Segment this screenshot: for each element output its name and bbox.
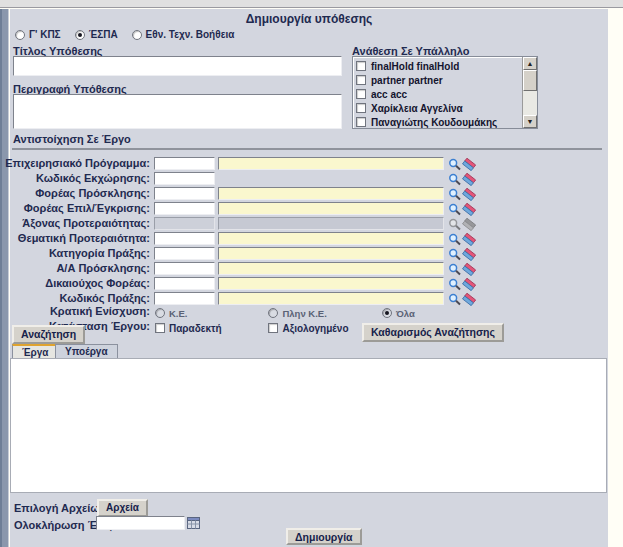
magnifier-icon[interactable] (448, 262, 462, 275)
field-value-input[interactable] (218, 232, 444, 245)
option[interactable]: Γ' ΚΠΣ (15, 29, 61, 40)
project-field-row: Φορέας Πρόσκλησης: (10, 187, 608, 201)
employee-list-item[interactable]: partner partner (356, 73, 520, 87)
employee-checkbox[interactable] (356, 61, 366, 71)
checkbox-icon[interactable] (268, 323, 278, 333)
radio-icon[interactable] (15, 30, 25, 40)
eraser-icon[interactable] (462, 172, 476, 185)
eraser-icon[interactable] (462, 187, 476, 200)
field-value-input[interactable] (218, 202, 444, 215)
magnifier-icon[interactable] (448, 172, 462, 185)
top-strip (0, 0, 623, 8)
files-button[interactable]: Αρχεία (97, 499, 148, 517)
eraser-icon (462, 217, 476, 230)
magnifier-icon[interactable] (448, 277, 462, 290)
project-field-row: Φορέας Επιλ/Έγκρισης: (10, 202, 608, 216)
project-field-row: Άξονας Προτεραιότητας: (10, 217, 608, 231)
field-value-input (218, 217, 444, 230)
tab-subprojects[interactable]: Υποέργα (55, 344, 118, 358)
field-code-input[interactable] (154, 277, 215, 290)
employee-name: Παναγιώτης Κουδουμάκης (371, 117, 497, 128)
field-value-input[interactable] (218, 277, 444, 290)
field-code-input[interactable] (154, 247, 215, 260)
magnifier-icon[interactable] (448, 187, 462, 200)
employee-list-item[interactable]: finalHold finalHold (356, 59, 520, 73)
field-label: Επιχειρησιακό Πρόγραμμα: (5, 157, 150, 169)
eraser-icon[interactable] (462, 262, 476, 275)
magnifier-icon[interactable] (448, 157, 462, 170)
field-value-input[interactable] (218, 247, 444, 260)
clear-search-button[interactable]: Καθαρισμός Αναζήτησης (362, 323, 504, 342)
field-value-input[interactable] (218, 157, 444, 170)
field-label: Άξονας Προτεραιότητας: (22, 217, 150, 229)
field-code-input[interactable] (154, 232, 215, 245)
eraser-icon[interactable] (462, 247, 476, 260)
employee-checkbox[interactable] (356, 75, 366, 85)
employee-listbox: finalHold finalHold partner partner acc … (352, 56, 538, 129)
field-label: Δικαιούχος Φορέας: (45, 277, 150, 289)
employee-name: partner partner (371, 75, 443, 86)
field-code-input[interactable] (154, 172, 215, 185)
scroll-up-icon[interactable]: ▲ (523, 57, 537, 70)
employee-name: Χαρίκλεια Αγγελίνα (371, 103, 463, 114)
option[interactable]: Εθν. Τεχν. Βοήθεια (132, 29, 235, 40)
project-field-row: Κωδικός Εκχώρησης: (10, 172, 608, 186)
field-label: Κωδικός Πράξης: (60, 292, 151, 304)
state-aid-label: Κρατική Ενίσχυση: (50, 305, 150, 317)
project-section-title: Αντιστοίχηση Σε Έργο (13, 133, 131, 145)
project-field-row: Θεματική Προτεραιότητα: (10, 232, 608, 246)
programme-radio-group: Γ' ΚΠΣ ΈΣΠΑ Εθν. Τεχν. Βοήθεια (15, 29, 234, 40)
field-value-input[interactable] (218, 187, 444, 200)
checkbox-icon[interactable] (155, 323, 165, 333)
employee-list-item[interactable]: acc acc (356, 87, 520, 101)
employee-list-item[interactable]: Χαρίκλεια Αγγελίνα (356, 101, 520, 115)
completion-date-input[interactable] (96, 516, 185, 530)
create-button[interactable]: Δημιουργία (286, 528, 362, 545)
eraser-icon[interactable] (462, 202, 476, 215)
project-field-row: Επιχειρησιακό Πρόγραμμα: (10, 157, 608, 171)
field-code-input[interactable] (154, 157, 215, 170)
magnifier-icon[interactable] (448, 232, 462, 245)
eraser-icon[interactable] (462, 232, 476, 245)
eraser-icon[interactable] (462, 277, 476, 290)
employee-name: acc acc (371, 89, 407, 100)
radio-icon (268, 308, 278, 318)
field-label: Κωδικός Εκχώρησης: (36, 172, 150, 184)
field-code-input[interactable] (154, 202, 215, 215)
listbox-scrollbar: ▲ ▼ (522, 57, 537, 128)
field-value-input[interactable] (218, 262, 444, 275)
results-area (10, 358, 607, 493)
field-code-input[interactable] (154, 187, 215, 200)
create-case-window: Δημιουργία υπόθεσης Γ' ΚΠΣ ΈΣΠΑ Εθν. Τεχ… (0, 0, 623, 547)
employee-checkbox[interactable] (356, 103, 366, 113)
project-field-row: Α/Α Πρόσκλησης: (10, 262, 608, 276)
main-panel: Δημιουργία υπόθεσης Γ' ΚΠΣ ΈΣΠΑ Εθν. Τεχ… (10, 9, 608, 547)
option[interactable]: Παραδεκτή (155, 323, 264, 334)
employee-name: finalHold finalHold (371, 61, 459, 72)
field-code-input (154, 217, 215, 230)
radio-icon (382, 308, 392, 318)
tab-projects[interactable]: Έργα (12, 344, 58, 358)
scrollbar-thumb[interactable] (523, 70, 537, 91)
field-label: Φορέας Πρόσκλησης: (35, 187, 150, 199)
magnifier-icon[interactable] (448, 202, 462, 215)
field-label: Κατηγορία Πράξης: (49, 247, 150, 259)
employee-list-item[interactable]: Παναγιώτης Κουδουμάκης (356, 115, 520, 129)
option: Όλα (382, 308, 491, 319)
radio-icon[interactable] (75, 30, 85, 40)
employee-checkbox[interactable] (356, 89, 366, 99)
option: Πλην Κ.Ε. (268, 308, 377, 319)
field-code-input[interactable] (154, 262, 215, 275)
employee-checkbox[interactable] (356, 117, 366, 127)
search-button[interactable]: Αναζήτηση (12, 325, 85, 344)
case-description-textarea[interactable] (13, 94, 342, 129)
case-title-input[interactable] (13, 56, 342, 76)
page-title: Δημιουργία υπόθεσης (10, 12, 608, 26)
option[interactable]: ΈΣΠΑ (75, 29, 118, 40)
radio-icon[interactable] (132, 30, 142, 40)
scroll-down-icon[interactable]: ▼ (523, 115, 537, 128)
eraser-icon[interactable] (462, 157, 476, 170)
calendar-icon[interactable] (187, 516, 201, 529)
project-field-row: Κατηγορία Πράξης: (10, 247, 608, 261)
magnifier-icon[interactable] (448, 247, 462, 260)
